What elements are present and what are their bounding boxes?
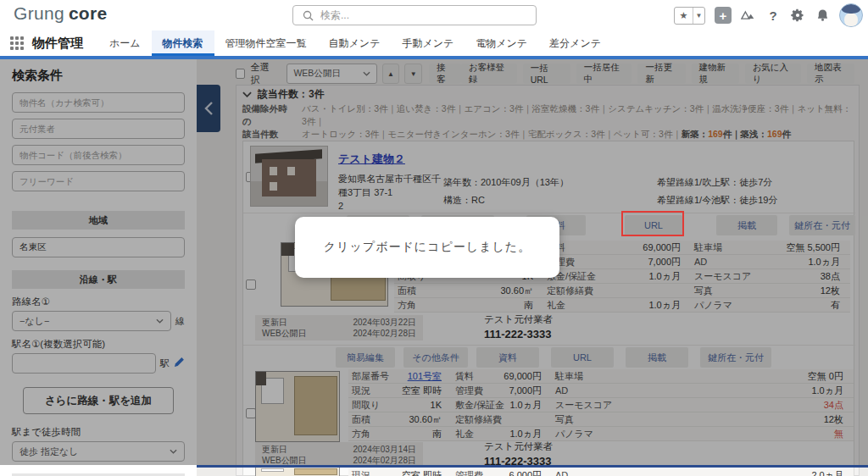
viewport-bottom-line: [197, 465, 868, 468]
avatar-face: [844, 13, 859, 27]
chevron-down-icon[interactable]: ▼: [693, 12, 704, 19]
field-label: AD: [555, 470, 568, 476]
field-value: 2.0ヵ月: [811, 469, 843, 476]
app-navbar: 物件管理 ホーム 物件検索 管理物件空室一覧 自動メンテ 手動メンテ 電物メンテ…: [0, 30, 868, 56]
unit-row-partial: 現況空室 即時 管理費6,000円 AD2.0ヵ月: [243, 467, 855, 476]
global-search-input[interactable]: [320, 9, 529, 21]
unit-detail-table: 現況空室 即時 管理費6,000円 AD2.0ヵ月: [348, 468, 854, 476]
global-header: Grungcore ★ ▼ + ?: [0, 0, 868, 30]
add-icon[interactable]: +: [715, 7, 732, 24]
app-window: Grungcore ★ ▼ + ?: [0, 0, 868, 476]
search-icon: [300, 8, 315, 23]
field-value: 空室 即時: [402, 469, 442, 476]
favorites-split-button[interactable]: ★ ▼: [674, 7, 705, 25]
tab-manual-maint[interactable]: 手動メンテ: [391, 30, 465, 56]
logo-part2: core: [69, 3, 108, 23]
floorplan-image[interactable]: [255, 467, 340, 476]
avatar-hood: [842, 4, 861, 14]
tab-property-search[interactable]: 物件検索: [152, 30, 214, 56]
tab-vacancy-list[interactable]: 管理物件空室一覧: [214, 30, 318, 56]
app-title: 物件管理: [32, 36, 83, 52]
field-label: 管理費: [455, 469, 483, 476]
field-value: 6,000円: [509, 469, 542, 476]
global-search[interactable]: [292, 5, 537, 25]
clipboard-toast: クリップボードにコピーしました。: [295, 217, 559, 278]
tab-denbutsu-maint[interactable]: 電物メンテ: [465, 30, 538, 56]
tab-auto-maint[interactable]: 自動メンテ: [318, 30, 392, 56]
url-button-highlight: [621, 211, 684, 236]
field-label: 現況: [352, 469, 370, 476]
app-launcher-icon[interactable]: [10, 36, 24, 50]
tab-home[interactable]: ホーム: [98, 30, 152, 56]
logo-part1: Grung: [14, 3, 64, 23]
help-icon[interactable]: ?: [765, 8, 781, 23]
star-icon[interactable]: ★: [675, 8, 693, 24]
guidance-icon[interactable]: [741, 8, 756, 23]
header-icons: ★ ▼ + ?: [674, 3, 863, 27]
user-avatar[interactable]: [839, 3, 863, 27]
bell-icon[interactable]: [815, 8, 830, 23]
logo: Grungcore: [14, 3, 107, 24]
toast-message: クリップボードにコピーしました。: [324, 240, 531, 255]
gear-icon[interactable]: [790, 8, 805, 23]
tab-diff-maint[interactable]: 差分メンテ: [538, 30, 612, 56]
